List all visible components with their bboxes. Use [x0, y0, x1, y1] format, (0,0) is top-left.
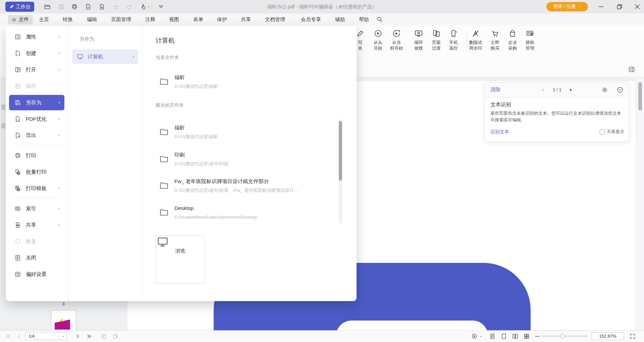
next-message-icon[interactable]	[568, 87, 574, 93]
page-dropdown-caret-icon[interactable]	[61, 334, 65, 338]
gear-icon[interactable]	[601, 86, 608, 94]
folder-icon	[159, 127, 169, 137]
ribbon-button[interactable]: 页面过渡	[427, 28, 446, 51]
vertical-scrollbar-thumb[interactable]	[638, 82, 642, 111]
menu-item[interactable]: 转换	[63, 13, 73, 25]
file-menu-item[interactable]: 打开	[9, 62, 64, 77]
search-icon[interactable]	[376, 16, 383, 23]
ribbon-label: 从头	[368, 40, 388, 45]
collapse-icon[interactable]	[616, 86, 624, 94]
folder-list-scrollbar	[339, 119, 342, 224]
ribbon-button[interactable]: 手机遥控	[444, 28, 463, 51]
menu-item[interactable]: 共享	[241, 13, 251, 25]
next-page-icon[interactable]	[74, 333, 81, 340]
browse-button[interactable]: 浏览	[156, 235, 205, 284]
file-menu-item[interactable]: 属性	[9, 29, 64, 45]
close-button[interactable]	[634, 3, 641, 10]
menu-item[interactable]: 保护	[217, 13, 227, 25]
recent-folder-item[interactable]: 印刷D:\01微信代运营\老年\印刷	[156, 152, 333, 172]
save-icon[interactable]	[58, 3, 65, 10]
page-number-input[interactable]: 1/4	[25, 332, 67, 340]
previous-view-icon[interactable]	[101, 333, 107, 340]
recent-folder-item[interactable]: 福昕D:\01微信代运营\福昕	[156, 125, 333, 145]
menu-arrow-icon	[57, 186, 61, 190]
panel-toggle-icon[interactable]	[628, 66, 635, 73]
file-menu-item[interactable]: 另存为	[9, 95, 64, 110]
file-menu-list: 属性创建打开保存另存为PDF优化导出打印批量打印打印模板索引共享恢复关闭偏好设置	[6, 26, 68, 301]
menu-arrow-icon	[57, 51, 61, 55]
menu-item[interactable]: 会员专享	[301, 13, 321, 25]
file-menu-item[interactable]: 批量打印	[9, 164, 64, 180]
recognize-text-link[interactable]: 识别文本	[490, 129, 509, 135]
redo-icon[interactable]	[126, 3, 132, 10]
file-menu-item[interactable]: 创建	[9, 46, 64, 61]
file-menu-item[interactable]: 偏好设置	[9, 267, 64, 282]
zoom-level-input[interactable]: 152.67%	[592, 332, 624, 340]
menu-item[interactable]: 表单	[193, 13, 203, 25]
ribbon-button[interactable]: 从当前开始	[387, 28, 406, 51]
dont-show-again-checkbox[interactable]	[600, 129, 605, 134]
hand-tool-caret-icon[interactable]	[147, 5, 151, 9]
insert-page-icon[interactable]	[99, 3, 105, 10]
file-menu-item[interactable]: 恢复	[9, 234, 64, 249]
restore-button[interactable]	[616, 3, 623, 10]
computer-item[interactable]: 计算机	[72, 49, 138, 64]
view-mode-icon[interactable]	[471, 333, 478, 340]
open-file-icon[interactable]	[44, 3, 51, 10]
hand-tool-icon[interactable]	[140, 3, 147, 10]
menu-item[interactable]: 辅助	[335, 13, 345, 25]
file-menu-item[interactable]: 索引	[9, 201, 64, 216]
thumbnail-page-number: 3	[52, 301, 74, 306]
ribbon-button[interactable]: 循环放映	[409, 28, 428, 51]
file-menu-item[interactable]: 导出	[9, 128, 64, 143]
print-icon[interactable]	[71, 3, 78, 10]
file-menu-item[interactable]: PDF优化	[9, 111, 64, 127]
fullscreen-icon[interactable]	[629, 333, 636, 340]
undo-icon[interactable]	[113, 3, 119, 10]
menu-item[interactable]: 页面管理	[111, 13, 131, 25]
minimize-button[interactable]	[597, 3, 605, 10]
ribbon-button[interactable]: 删除试用水印	[466, 28, 485, 51]
view-mode-caret-icon[interactable]	[479, 335, 483, 338]
last-page-icon[interactable]	[86, 333, 93, 340]
menu-item[interactable]: 注释	[145, 13, 155, 25]
delete-page-icon[interactable]	[85, 3, 92, 10]
grid-view-icon[interactable]	[523, 333, 530, 340]
page-thumbnail[interactable]	[51, 310, 76, 331]
previous-page-icon[interactable]	[15, 333, 22, 340]
workbench-button[interactable]: 工作台	[5, 2, 34, 12]
file-menu-item[interactable]: 共享	[9, 217, 64, 233]
more-tools-icon[interactable]	[158, 3, 164, 10]
recent-folder-item[interactable]: Fw_ 老年医院标识牌项目设计稿文件部分D:\01微信代运营\老年\软装、\Fw…	[156, 178, 333, 198]
recent-folder-item[interactable]: DesktopD:\HuaweiMoveData\Users\rinro\Des…	[156, 205, 333, 225]
zoom-slider-track[interactable]	[542, 336, 588, 337]
save-as-header: 另存为	[79, 36, 94, 42]
current-folder-item[interactable]: 福昕 D:\01微信代运营\福昕	[156, 74, 333, 95]
folder-list-scrollbar-thumb[interactable]	[339, 121, 342, 181]
menu-arrow-icon	[57, 101, 61, 105]
menu-item[interactable]: 文档管理	[265, 13, 285, 25]
clear-button[interactable]: 清除	[490, 87, 500, 93]
ribbon-button[interactable]: 从头开始	[368, 28, 388, 51]
next-view-icon[interactable]	[112, 333, 119, 340]
menu-item-file[interactable]: 文件	[8, 15, 33, 24]
menu-item[interactable]: 帮助	[359, 13, 369, 25]
file-menu-item[interactable]: 打印模板	[9, 181, 64, 196]
file-menu-item[interactable]: 保存	[9, 78, 64, 94]
ribbon-button[interactable]: 授权管理	[520, 28, 540, 51]
continuous-view-icon[interactable]	[500, 333, 507, 340]
login-register-button[interactable]: 登录 / 注册	[546, 2, 588, 11]
ribbon-button[interactable]: 立即购买	[485, 28, 505, 51]
facing-view-icon[interactable]	[512, 333, 519, 340]
menu-item[interactable]: 主页	[39, 13, 49, 25]
menu-item[interactable]: 视图	[169, 13, 179, 25]
sign-icon	[356, 29, 365, 38]
file-menu-item[interactable]: 关闭	[9, 250, 64, 266]
file-menu-item[interactable]: 打印	[9, 148, 64, 163]
zoom-out-icon[interactable]	[534, 333, 541, 340]
first-page-icon[interactable]	[5, 333, 11, 340]
ribbon-button[interactable]: 企业采购	[503, 28, 522, 51]
menu-item[interactable]: 编辑	[87, 13, 97, 25]
zoom-slider-thumb[interactable]	[560, 334, 565, 338]
single-page-view-icon[interactable]	[489, 333, 496, 340]
